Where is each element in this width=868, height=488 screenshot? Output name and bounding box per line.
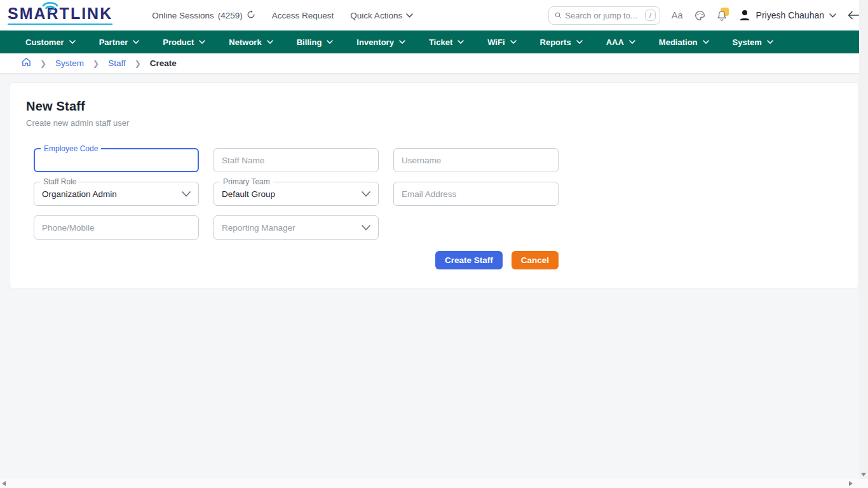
main-navigation: Customer Partner Product Network Billing… [0, 30, 868, 53]
user-menu[interactable]: Priyesh Chauhan [738, 9, 836, 22]
employee-code-field[interactable]: Employee Code [34, 148, 199, 172]
breadcrumb-separator: ❯ [40, 59, 46, 68]
horizontal-scrollbar[interactable] [0, 479, 868, 488]
nav-item-ticket[interactable]: Ticket [429, 37, 464, 47]
logo-text-part1: SM [8, 6, 34, 22]
page-title: New Staff [26, 99, 842, 114]
chevron-down-icon [267, 40, 273, 44]
chevron-down-icon [199, 40, 205, 44]
home-icon[interactable] [22, 57, 31, 69]
breadcrumb-link-staff[interactable]: Staff [108, 58, 126, 68]
chevron-down-icon [510, 40, 517, 44]
reporting-manager-select[interactable]: Reporting Manager [214, 215, 379, 240]
staff-role-value: Organization Admin [42, 189, 117, 199]
avatar-icon [738, 9, 751, 22]
chevron-down-icon [362, 191, 370, 197]
new-staff-card: New Staff Create new admin staff user Em… [9, 82, 859, 289]
nav-item-mediation[interactable]: Mediation [659, 37, 709, 47]
nav-item-wifi[interactable]: WiFi [487, 37, 516, 47]
scroll-left-arrow-icon[interactable] [2, 481, 6, 486]
cancel-button[interactable]: Cancel [512, 251, 559, 269]
chevron-down-icon [629, 40, 635, 44]
primary-team-label: Primary Team [220, 177, 273, 186]
chevron-down-icon [703, 40, 709, 44]
primary-team-select[interactable]: Primary Team Default Group [214, 182, 379, 206]
form-actions: Create Staff Cancel [26, 251, 559, 269]
back-arrow-icon[interactable] [848, 11, 859, 20]
theme-palette-icon[interactable] [695, 10, 705, 21]
font-size-toggle[interactable]: Aa [672, 10, 683, 20]
chevron-down-icon [362, 225, 370, 231]
primary-team-value: Default Group [222, 189, 275, 199]
search-icon [555, 11, 562, 20]
chevron-down-icon [327, 40, 333, 44]
chevron-down-icon [576, 40, 583, 44]
email-input[interactable] [402, 189, 550, 199]
username-input[interactable] [402, 156, 550, 165]
chevron-down-icon [406, 13, 413, 18]
breadcrumb-link-system[interactable]: System [55, 58, 84, 68]
reporting-manager-placeholder: Reporting Manager [222, 223, 295, 233]
nav-item-billing[interactable]: Billing [297, 37, 334, 47]
employee-code-input[interactable] [43, 156, 190, 165]
slash-shortcut-key: / [645, 10, 656, 21]
online-sessions-count: (4259) [218, 11, 243, 20]
nav-item-system[interactable]: System [733, 37, 773, 47]
notifications-bell-icon[interactable] [717, 10, 727, 21]
scroll-right-arrow-icon[interactable] [849, 481, 853, 486]
staff-name-field[interactable] [214, 148, 379, 172]
access-request-link[interactable]: Access Request [272, 11, 334, 20]
scroll-down-arrow-icon[interactable] [861, 473, 866, 477]
nav-item-aaa[interactable]: AAA [606, 37, 635, 47]
breadcrumb-separator: ❯ [93, 59, 99, 68]
breadcrumb: ❯ System ❯ Staff ❯ Create [0, 53, 868, 74]
breadcrumb-separator: ❯ [135, 59, 141, 68]
email-field[interactable] [393, 182, 559, 206]
staff-role-label: Staff Role [40, 177, 79, 186]
top-header: SMARTLINK Online Sessions (4259) Access … [0, 0, 868, 30]
nav-item-product[interactable]: Product [163, 37, 205, 47]
chevron-down-icon [133, 40, 139, 44]
breadcrumb-current: Create [150, 58, 177, 68]
phone-input[interactable] [42, 223, 191, 233]
vertical-scrollbar[interactable] [859, 0, 868, 479]
nav-item-network[interactable]: Network [229, 37, 273, 47]
username-field[interactable] [393, 148, 559, 172]
chevron-down-icon [767, 40, 773, 44]
nav-item-inventory[interactable]: Inventory [356, 37, 405, 47]
quick-actions-menu[interactable]: Quick Actions [350, 11, 413, 20]
chevron-down-icon [182, 191, 191, 197]
nav-item-partner[interactable]: Partner [99, 37, 140, 47]
refresh-icon[interactable] [247, 10, 255, 21]
chevron-down-icon [399, 40, 405, 44]
chevron-down-icon [458, 40, 464, 44]
page-subtitle: Create new admin staff user [26, 118, 842, 128]
nav-item-reports[interactable]: Reports [540, 37, 583, 47]
phone-field[interactable] [34, 215, 199, 240]
smartlink-logo[interactable]: SMARTLINK [8, 6, 112, 25]
create-staff-button[interactable]: Create Staff [435, 251, 503, 269]
search-input[interactable] [565, 11, 641, 20]
user-name: Priyesh Chauhan [756, 10, 824, 20]
chevron-down-icon [829, 13, 836, 18]
nav-item-customer[interactable]: Customer [25, 37, 76, 47]
global-search[interactable]: / [548, 6, 660, 25]
staff-form: Employee Code Staff Role Organization Ad… [34, 148, 559, 240]
wifi-signal-icon [41, 0, 60, 15]
online-sessions-link[interactable]: Online Sessions (4259) [152, 10, 255, 21]
staff-name-input[interactable] [222, 156, 370, 165]
chevron-down-icon [69, 40, 76, 44]
staff-role-select[interactable]: Staff Role Organization Admin [34, 182, 199, 206]
employee-code-label: Employee Code [41, 144, 101, 153]
